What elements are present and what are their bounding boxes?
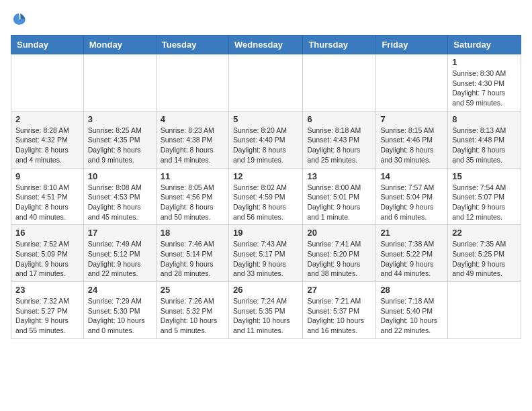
day-info: Sunrise: 7:38 AM Sunset: 5:22 PM Dayligh…	[380, 239, 443, 279]
day-cell: 12Sunrise: 8:02 AM Sunset: 4:59 PM Dayli…	[228, 168, 302, 225]
day-number: 27	[307, 285, 371, 295]
day-cell: 20Sunrise: 7:41 AM Sunset: 5:20 PM Dayli…	[303, 225, 376, 282]
day-number: 3	[88, 114, 152, 124]
day-cell: 24Sunrise: 7:29 AM Sunset: 5:30 PM Dayli…	[83, 282, 156, 339]
day-number: 22	[452, 228, 517, 238]
day-number: 16	[15, 228, 79, 238]
day-cell	[83, 54, 156, 111]
day-number: 23	[15, 285, 79, 295]
day-cell: 15Sunrise: 7:54 AM Sunset: 5:07 PM Dayli…	[448, 168, 521, 225]
day-cell: 9Sunrise: 8:10 AM Sunset: 4:51 PM Daylig…	[11, 168, 84, 225]
day-cell	[376, 54, 448, 111]
day-cell	[448, 282, 521, 339]
day-info: Sunrise: 8:13 AM Sunset: 4:48 PM Dayligh…	[452, 126, 517, 165]
day-info: Sunrise: 8:20 AM Sunset: 4:40 PM Dayligh…	[233, 126, 298, 165]
weekday-header-tuesday: Tuesday	[156, 36, 228, 54]
day-cell	[11, 54, 84, 111]
day-info: Sunrise: 8:25 AM Sunset: 4:35 PM Dayligh…	[88, 126, 152, 165]
week-row-1: 1Sunrise: 8:30 AM Sunset: 4:30 PM Daylig…	[11, 54, 521, 111]
day-cell	[228, 54, 302, 111]
day-cell: 13Sunrise: 8:00 AM Sunset: 5:01 PM Dayli…	[303, 168, 376, 225]
day-cell: 28Sunrise: 7:18 AM Sunset: 5:40 PM Dayli…	[376, 282, 448, 339]
page-header	[11, 11, 521, 27]
day-number: 14	[380, 171, 443, 181]
day-info: Sunrise: 8:23 AM Sunset: 4:38 PM Dayligh…	[161, 126, 224, 165]
day-number: 8	[452, 114, 517, 124]
day-number: 18	[161, 228, 224, 238]
logo	[11, 11, 30, 27]
day-info: Sunrise: 8:00 AM Sunset: 5:01 PM Dayligh…	[307, 183, 371, 222]
day-cell: 16Sunrise: 7:52 AM Sunset: 5:09 PM Dayli…	[11, 225, 84, 282]
week-row-2: 2Sunrise: 8:28 AM Sunset: 4:32 PM Daylig…	[11, 111, 521, 168]
day-info: Sunrise: 7:41 AM Sunset: 5:20 PM Dayligh…	[307, 239, 371, 279]
weekday-header-friday: Friday	[376, 36, 448, 54]
day-cell: 23Sunrise: 7:32 AM Sunset: 5:27 PM Dayli…	[11, 282, 84, 339]
day-number: 13	[307, 171, 371, 181]
day-cell: 27Sunrise: 7:21 AM Sunset: 5:37 PM Dayli…	[303, 282, 376, 339]
day-number: 26	[233, 285, 298, 295]
day-info: Sunrise: 7:26 AM Sunset: 5:32 PM Dayligh…	[161, 296, 224, 336]
day-info: Sunrise: 8:10 AM Sunset: 4:51 PM Dayligh…	[15, 183, 79, 222]
day-info: Sunrise: 8:08 AM Sunset: 4:53 PM Dayligh…	[88, 183, 152, 222]
day-cell: 5Sunrise: 8:20 AM Sunset: 4:40 PM Daylig…	[228, 111, 302, 168]
week-row-4: 16Sunrise: 7:52 AM Sunset: 5:09 PM Dayli…	[11, 225, 521, 282]
day-number: 20	[307, 228, 371, 238]
weekday-header-sunday: Sunday	[11, 36, 84, 54]
day-number: 2	[15, 114, 79, 124]
weekday-header-monday: Monday	[83, 36, 156, 54]
day-number: 17	[88, 228, 152, 238]
day-number: 28	[380, 285, 443, 295]
day-info: Sunrise: 8:28 AM Sunset: 4:32 PM Dayligh…	[15, 126, 79, 165]
day-info: Sunrise: 7:29 AM Sunset: 5:30 PM Dayligh…	[88, 296, 152, 336]
day-info: Sunrise: 7:35 AM Sunset: 5:25 PM Dayligh…	[452, 239, 517, 279]
day-cell: 8Sunrise: 8:13 AM Sunset: 4:48 PM Daylig…	[448, 111, 521, 168]
day-number: 19	[233, 228, 298, 238]
day-info: Sunrise: 7:43 AM Sunset: 5:17 PM Dayligh…	[233, 239, 298, 279]
day-cell: 11Sunrise: 8:05 AM Sunset: 4:56 PM Dayli…	[156, 168, 228, 225]
day-number: 1	[452, 57, 517, 67]
day-cell: 18Sunrise: 7:46 AM Sunset: 5:14 PM Dayli…	[156, 225, 228, 282]
day-cell: 17Sunrise: 7:49 AM Sunset: 5:12 PM Dayli…	[83, 225, 156, 282]
day-info: Sunrise: 8:02 AM Sunset: 4:59 PM Dayligh…	[233, 183, 298, 222]
day-cell	[156, 54, 228, 111]
day-number: 10	[88, 171, 152, 181]
day-number: 7	[380, 114, 443, 124]
week-row-3: 9Sunrise: 8:10 AM Sunset: 4:51 PM Daylig…	[11, 168, 521, 225]
day-info: Sunrise: 7:24 AM Sunset: 5:35 PM Dayligh…	[233, 296, 298, 336]
calendar-table: SundayMondayTuesdayWednesdayThursdayFrid…	[11, 35, 521, 339]
day-info: Sunrise: 7:21 AM Sunset: 5:37 PM Dayligh…	[307, 296, 371, 336]
day-cell: 14Sunrise: 7:57 AM Sunset: 5:04 PM Dayli…	[376, 168, 448, 225]
day-cell: 1Sunrise: 8:30 AM Sunset: 4:30 PM Daylig…	[448, 54, 521, 111]
day-number: 4	[161, 114, 224, 124]
weekday-header-wednesday: Wednesday	[228, 36, 302, 54]
day-info: Sunrise: 8:05 AM Sunset: 4:56 PM Dayligh…	[161, 183, 224, 222]
day-info: Sunrise: 7:46 AM Sunset: 5:14 PM Dayligh…	[161, 239, 224, 279]
day-info: Sunrise: 7:57 AM Sunset: 5:04 PM Dayligh…	[380, 183, 443, 222]
weekday-header-saturday: Saturday	[448, 36, 521, 54]
day-number: 11	[161, 171, 224, 181]
day-cell: 4Sunrise: 8:23 AM Sunset: 4:38 PM Daylig…	[156, 111, 228, 168]
day-cell: 2Sunrise: 8:28 AM Sunset: 4:32 PM Daylig…	[11, 111, 84, 168]
day-number: 6	[307, 114, 371, 124]
day-number: 15	[452, 171, 517, 181]
day-cell: 21Sunrise: 7:38 AM Sunset: 5:22 PM Dayli…	[376, 225, 448, 282]
day-info: Sunrise: 7:32 AM Sunset: 5:27 PM Dayligh…	[15, 296, 79, 336]
day-info: Sunrise: 7:52 AM Sunset: 5:09 PM Dayligh…	[15, 239, 79, 279]
day-info: Sunrise: 7:49 AM Sunset: 5:12 PM Dayligh…	[88, 239, 152, 279]
day-cell: 3Sunrise: 8:25 AM Sunset: 4:35 PM Daylig…	[83, 111, 156, 168]
day-number: 24	[88, 285, 152, 295]
day-cell	[303, 54, 376, 111]
day-cell: 6Sunrise: 8:18 AM Sunset: 4:43 PM Daylig…	[303, 111, 376, 168]
day-info: Sunrise: 8:30 AM Sunset: 4:30 PM Dayligh…	[452, 68, 517, 108]
day-cell: 7Sunrise: 8:15 AM Sunset: 4:46 PM Daylig…	[376, 111, 448, 168]
logo-icon	[11, 11, 27, 27]
day-cell: 19Sunrise: 7:43 AM Sunset: 5:17 PM Dayli…	[228, 225, 302, 282]
day-info: Sunrise: 7:54 AM Sunset: 5:07 PM Dayligh…	[452, 183, 517, 222]
day-info: Sunrise: 7:18 AM Sunset: 5:40 PM Dayligh…	[380, 296, 443, 336]
weekday-header-thursday: Thursday	[303, 36, 376, 54]
day-info: Sunrise: 8:18 AM Sunset: 4:43 PM Dayligh…	[307, 126, 371, 165]
day-cell: 22Sunrise: 7:35 AM Sunset: 5:25 PM Dayli…	[448, 225, 521, 282]
day-number: 9	[15, 171, 79, 181]
day-cell: 25Sunrise: 7:26 AM Sunset: 5:32 PM Dayli…	[156, 282, 228, 339]
weekday-header-row: SundayMondayTuesdayWednesdayThursdayFrid…	[11, 36, 521, 54]
